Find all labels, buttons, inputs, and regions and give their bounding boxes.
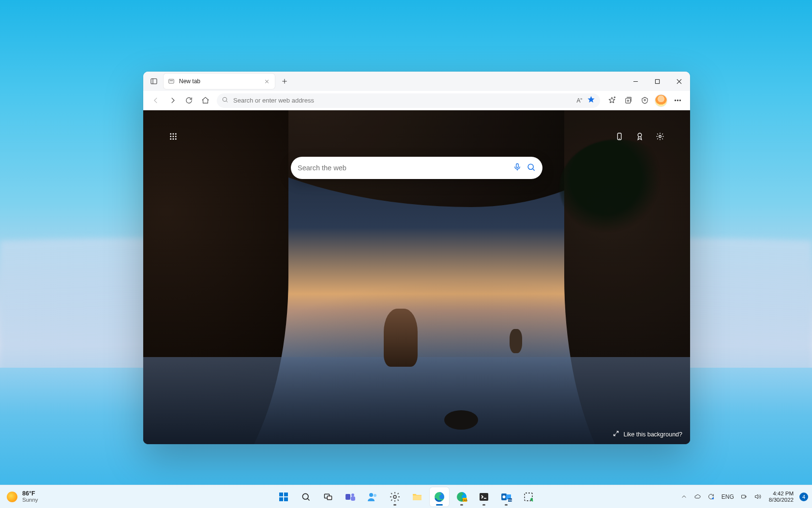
svg-point-5 (172, 80, 173, 81)
tray-date: 8/30/2022 (769, 497, 794, 503)
taskbar-app-snipping[interactable] (519, 487, 538, 507)
tray-windows-update-icon[interactable] (706, 492, 717, 502)
address-input[interactable] (233, 97, 572, 104)
taskbar-app-terminal[interactable] (474, 487, 494, 507)
svg-point-68 (503, 495, 506, 498)
taskbar-app-people[interactable] (363, 487, 382, 507)
sun-icon (7, 492, 17, 502)
svg-line-51 (308, 498, 310, 500)
tray-time: 4:42 PM (773, 491, 794, 496)
svg-rect-60 (413, 495, 421, 500)
favorites-button[interactable] (604, 93, 619, 108)
tray-chevron-up-icon[interactable] (679, 492, 690, 502)
svg-point-14 (223, 97, 226, 101)
collections-button[interactable] (620, 93, 636, 108)
svg-rect-53 (327, 496, 331, 500)
app-launcher-button[interactable] (166, 130, 180, 143)
svg-line-45 (614, 434, 616, 436)
svg-rect-46 (279, 493, 283, 496)
svg-point-30 (170, 136, 171, 137)
svg-rect-76 (742, 495, 746, 498)
svg-point-27 (170, 133, 171, 134)
profile-button[interactable] (653, 93, 669, 108)
home-button[interactable] (197, 93, 213, 108)
rewards-icon[interactable] (633, 130, 647, 143)
svg-line-43 (533, 169, 535, 171)
svg-rect-54 (346, 494, 350, 500)
window-maximize-button[interactable] (647, 72, 668, 91)
weather-cond: Sunny (22, 497, 38, 503)
taskbar-center: CAN PRE (274, 487, 538, 507)
svg-point-29 (175, 133, 177, 134)
tab-close-button[interactable] (262, 77, 271, 86)
svg-point-34 (173, 138, 174, 140)
svg-point-38 (638, 133, 642, 137)
taskbar[interactable]: 86°F Sunny (0, 485, 812, 508)
like-background-link[interactable]: Like this background? (613, 430, 682, 438)
window-close-button[interactable] (668, 72, 690, 91)
tab-actions-button[interactable] (147, 75, 161, 88)
new-tab-page: Like this background? (143, 110, 690, 444)
address-bar[interactable]: A» (217, 93, 600, 108)
svg-rect-56 (351, 496, 355, 501)
svg-rect-47 (284, 493, 288, 496)
ntp-topbar (143, 110, 690, 157)
svg-point-26 (679, 100, 680, 101)
start-button[interactable] (274, 487, 293, 507)
svg-rect-40 (516, 164, 519, 167)
taskbar-app-teams[interactable] (341, 487, 360, 507)
new-tab-button[interactable] (278, 75, 291, 88)
read-aloud-button[interactable]: A» (577, 97, 582, 104)
tray-notification-badge[interactable]: 4 (799, 493, 808, 501)
taskbar-app-edge-canary[interactable]: CAN (452, 487, 471, 507)
ntp-search-input[interactable] (298, 164, 508, 172)
tray-language[interactable]: ENG (720, 493, 736, 500)
nav-toolbar: A» (143, 91, 690, 110)
sea (143, 357, 690, 444)
task-view-button[interactable] (318, 487, 338, 507)
svg-marker-77 (755, 494, 758, 499)
svg-point-75 (712, 497, 714, 499)
tray-clock[interactable]: 4:42 PM 8/30/2022 (766, 491, 797, 502)
svg-rect-65 (480, 493, 488, 501)
page-settings-icon[interactable] (653, 130, 667, 143)
tab-favicon-icon (167, 77, 175, 85)
svg-rect-11 (655, 79, 659, 83)
tray-network-icon[interactable] (739, 492, 750, 502)
svg-point-35 (175, 138, 177, 140)
svg-point-42 (528, 164, 533, 169)
refresh-button[interactable] (181, 93, 196, 108)
svg-point-55 (351, 493, 354, 496)
window-minimize-button[interactable] (625, 72, 647, 91)
favorite-star-icon[interactable] (587, 95, 595, 105)
forward-button[interactable] (165, 93, 180, 108)
titlebar[interactable]: New tab (143, 72, 690, 91)
tray-volume-icon[interactable] (752, 492, 763, 502)
taskbar-app-outlook[interactable]: PRE (496, 487, 516, 507)
taskbar-weather-widget[interactable]: 86°F Sunny (0, 491, 77, 503)
voice-search-button[interactable] (513, 163, 522, 173)
rock-small (510, 329, 522, 353)
mobile-icon[interactable] (613, 130, 626, 143)
back-button[interactable] (148, 93, 164, 108)
running-indicator (505, 504, 508, 506)
taskbar-app-explorer[interactable] (407, 487, 427, 507)
svg-marker-16 (587, 96, 594, 102)
svg-rect-49 (284, 497, 288, 501)
ntp-search-box[interactable] (291, 157, 542, 179)
tab-new-tab[interactable]: New tab (164, 74, 275, 89)
rock-center (384, 309, 418, 367)
svg-point-28 (173, 133, 174, 134)
search-submit-button[interactable] (526, 163, 536, 174)
settings-and-more-button[interactable] (670, 93, 685, 108)
svg-point-50 (302, 493, 308, 499)
browser-essentials-button[interactable] (637, 93, 652, 108)
tray-onedrive-icon[interactable] (692, 492, 703, 502)
svg-rect-48 (279, 497, 283, 501)
taskbar-app-settings[interactable] (385, 487, 405, 507)
svg-point-24 (675, 100, 676, 101)
taskbar-app-edge[interactable] (430, 487, 449, 507)
running-indicator (393, 504, 396, 506)
taskbar-search-button[interactable] (296, 487, 316, 507)
running-indicator (482, 504, 485, 506)
